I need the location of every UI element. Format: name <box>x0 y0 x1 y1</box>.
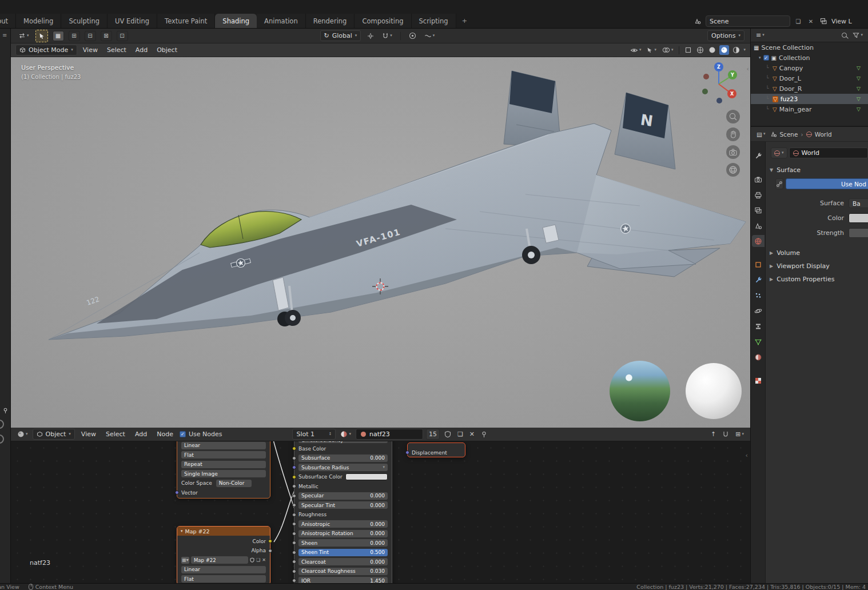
close-icon[interactable]: ✕ <box>468 430 476 438</box>
particle-properties-icon[interactable] <box>752 289 765 301</box>
menu-view[interactable]: View <box>78 430 99 438</box>
bsdf-sheen-tint[interactable]: Sheen Tint0.500 <box>298 548 388 556</box>
clipped-tool-icon[interactable] <box>0 420 4 429</box>
tab-sculpting[interactable]: Sculpting <box>61 14 107 28</box>
material-slot-dropdown[interactable]: Slot 1↕ <box>292 429 336 440</box>
projection-dropdown[interactable]: Flat <box>181 575 266 583</box>
shield-fake-user-icon[interactable] <box>443 430 453 438</box>
shading-rendered-icon[interactable] <box>731 45 741 55</box>
new-scene-icon[interactable]: ❏ <box>794 17 803 26</box>
mode-transfer-icon[interactable]: ▾ <box>17 32 31 39</box>
editor-type-icon[interactable]: ≡▾ <box>754 31 766 39</box>
transform-orientation-dropdown[interactable]: ↻ Global ▾ <box>320 30 361 41</box>
magnet-snap-icon[interactable]: ▾ <box>380 32 394 39</box>
tab-uv-editing[interactable]: UV Editing <box>107 14 157 28</box>
material-name-field[interactable]: natf23 <box>356 429 423 440</box>
use-nodes-checkbox[interactable]: ✓ <box>180 431 186 437</box>
filter-icon[interactable]: ▾ <box>851 32 865 38</box>
options-dropdown[interactable]: Options▾ <box>707 30 744 41</box>
axis-gizmo[interactable]: Z Y X <box>694 59 743 109</box>
displacement-node[interactable]: Displacement <box>407 442 465 457</box>
pin-icon[interactable] <box>2 408 10 414</box>
browse-world-icon[interactable]: ▾ <box>771 148 787 158</box>
bsdf-clearcoat-roughness[interactable]: Clearcoat Roughness0.030 <box>298 567 388 575</box>
view-layer-properties-icon[interactable] <box>752 204 765 216</box>
overlays-dropdown[interactable]: ▾ <box>660 47 675 53</box>
projection-dropdown[interactable]: Flat <box>181 451 266 459</box>
menu-select[interactable]: Select <box>103 46 130 54</box>
pin-icon[interactable] <box>479 431 489 438</box>
principled-bsdf-node[interactable]: ChristensenBurley Base Color Subsurface0… <box>294 441 392 583</box>
vector-input-row[interactable]: Vector <box>181 489 266 497</box>
outliner-row-canopy[interactable]: └▽ Canopy ▽ <box>751 63 868 73</box>
color-output-row[interactable]: Color <box>181 537 266 545</box>
world-properties-icon[interactable] <box>752 235 765 247</box>
render-properties-icon[interactable] <box>752 173 765 185</box>
close-icon[interactable]: ✕ <box>262 557 266 563</box>
alpha-output-socket[interactable] <box>268 549 272 553</box>
breadcrumb-world[interactable]: World <box>815 131 832 138</box>
world-color-swatch[interactable] <box>849 213 868 223</box>
menu-node[interactable]: Node <box>153 430 177 438</box>
select-mode-set-icon[interactable]: ■ <box>53 31 64 41</box>
bsdf-subsurface[interactable]: Subsurface0.000 <box>298 454 388 462</box>
menu-select[interactable]: Select <box>102 430 129 438</box>
shading-wireframe-icon[interactable] <box>695 45 705 55</box>
bsdf-subsurface-color[interactable]: Subsurface Color <box>298 473 388 481</box>
editor-type-icon[interactable]: ▤▾ <box>755 131 767 138</box>
panel-grip-icon[interactable]: ≡ <box>2 32 10 38</box>
image-datablock-row[interactable]: ▦▾ Map #22 ❏ ✕ <box>181 556 266 564</box>
view-layer-selector[interactable]: View L <box>831 18 868 25</box>
select-mode-extend-icon[interactable]: ⊞ <box>69 31 80 41</box>
node-canvas[interactable]: natf23 ▦ ❏ ✕ Linear Flat Repeat Single I… <box>11 441 750 583</box>
interpolation-dropdown[interactable]: Linear <box>181 441 266 449</box>
unlink-scene-icon[interactable]: ✕ <box>806 17 815 26</box>
axis-z-neg-ball[interactable] <box>716 98 722 103</box>
shading-solid-icon[interactable] <box>707 45 717 55</box>
outliner-row-main-gear[interactable]: └▽ Main_gear ▽ <box>751 104 868 114</box>
source-dropdown[interactable]: Single Image <box>181 470 266 478</box>
tab-compositing[interactable]: Compositing <box>355 14 411 28</box>
select-mode-subtract-icon[interactable]: ⊟ <box>85 31 96 41</box>
select-mode-intersect-icon[interactable]: ⊡ <box>117 31 128 41</box>
object-mode-dropdown[interactable]: Object Mode▾ <box>15 45 77 55</box>
color-space-row[interactable]: Color Space Non-Color <box>181 479 266 487</box>
snap-target-icon[interactable] <box>365 33 376 39</box>
material-users-count[interactable]: 15 <box>426 429 440 440</box>
bsdf-base-color[interactable]: Base Color <box>298 445 388 453</box>
bsdf-ior[interactable]: IOR1.450 <box>298 577 388 584</box>
object-data-properties-icon[interactable] <box>752 336 765 348</box>
select-mode-invert-icon[interactable]: ⊠ <box>101 31 112 41</box>
browse-material-icon[interactable]: ▾ <box>339 430 353 438</box>
breadcrumb-scene[interactable]: Scene <box>779 131 798 138</box>
image-icon[interactable]: ▦▾ <box>181 557 189 564</box>
proportional-edit-icon[interactable] <box>407 32 418 39</box>
collection-checkbox[interactable]: ✓ <box>763 55 769 61</box>
texture-properties-icon[interactable] <box>752 374 765 386</box>
outliner-row-scene-collection[interactable]: ▦ Scene Collection <box>751 42 868 53</box>
tab-animation[interactable]: Animation <box>257 14 306 28</box>
viewport-display-panel-header[interactable]: ▶Viewport Display <box>770 262 868 270</box>
interpolation-dropdown[interactable]: Linear <box>181 565 266 573</box>
bsdf-anisotropic-rotation[interactable]: Anisotropic Rotation0.000 <box>298 529 388 537</box>
physics-properties-icon[interactable] <box>752 305 765 317</box>
menu-add[interactable]: Add <box>132 46 151 54</box>
active-tool-select-box[interactable] <box>35 30 48 42</box>
axis-x-neg-ball[interactable] <box>703 74 709 79</box>
viewport-canvas[interactable]: N VFA-101 122 <box>11 57 750 428</box>
bsdf-specular-tint[interactable]: Specular Tint0.000 <box>298 501 388 509</box>
shading-dropdown-icon[interactable]: ▾ <box>743 48 746 52</box>
menu-object[interactable]: Object <box>153 46 181 54</box>
surface-shader-dropdown[interactable]: Ba <box>849 198 868 208</box>
object-properties-icon[interactable] <box>752 258 765 270</box>
displacement-socket[interactable] <box>405 451 409 455</box>
extension-dropdown[interactable]: Repeat <box>181 460 266 468</box>
scene-properties-icon[interactable] <box>752 220 765 232</box>
tab-texture-paint[interactable]: Texture Paint <box>157 14 215 28</box>
axis-y-neg-ball[interactable] <box>702 89 708 94</box>
go-parent-node-tree-icon[interactable]: ↑ <box>709 430 718 438</box>
use-nodes-button[interactable]: Use Nod <box>786 178 868 189</box>
image-texture-node[interactable]: ▦ ❏ ✕ Linear Flat Repeat Single Image Co… <box>177 441 270 499</box>
material-properties-icon[interactable] <box>752 351 765 363</box>
gizmos-dropdown[interactable]: ▾ <box>645 47 658 53</box>
